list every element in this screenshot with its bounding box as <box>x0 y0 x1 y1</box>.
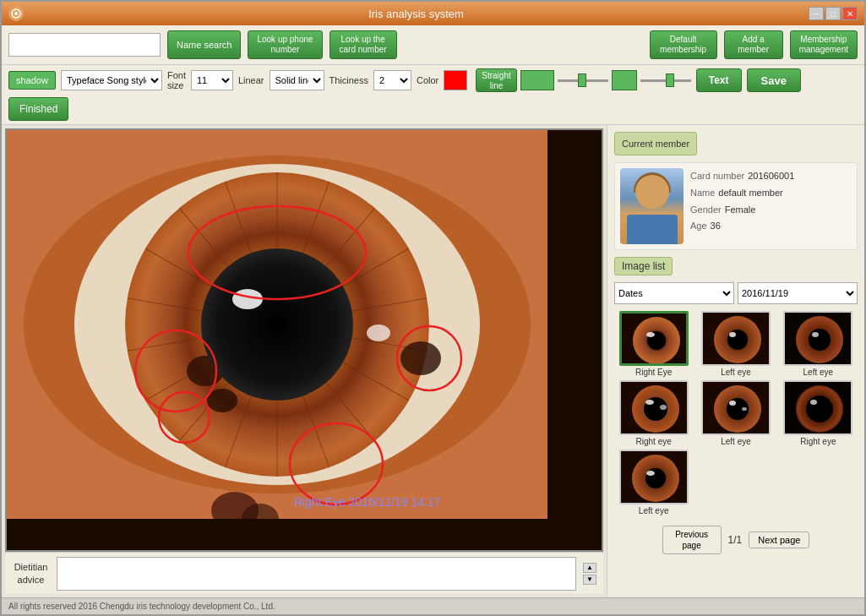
font-size-label: Fontsize <box>167 70 186 90</box>
thumb-label-5: Left eye <box>721 437 751 446</box>
scroll-up-arrow[interactable]: ▲ <box>583 563 596 573</box>
svg-point-63 <box>810 400 817 405</box>
thickness-select[interactable]: 2 <box>373 70 411 90</box>
text-button[interactable]: Text <box>696 68 742 92</box>
main-content: Right Eye 2016/11/19 14:17 Dietitianadvi… <box>2 125 864 597</box>
svg-point-45 <box>729 332 736 337</box>
image-grid: Right Eye <box>614 311 858 515</box>
lookup-card-button[interactable]: Look up thecard number <box>330 30 397 59</box>
thumb-image-4[interactable] <box>619 380 689 435</box>
thumb-image-6[interactable] <box>783 380 852 435</box>
age-label: Age <box>690 218 707 235</box>
line-type-button[interactable] <box>612 70 637 90</box>
svg-point-59 <box>742 407 747 411</box>
thickness-label: Thiciness <box>330 75 368 85</box>
svg-point-53 <box>645 400 654 405</box>
thumb-image-1[interactable] <box>619 311 689 366</box>
dietitian-advice-label: Dietitianadvice <box>12 561 50 586</box>
member-card: Card number 201606001 Name default membe… <box>614 162 858 250</box>
previous-page-button[interactable]: Previouspage <box>662 526 722 554</box>
thumb-right-eye-3[interactable]: Right eye <box>779 380 858 446</box>
window-controls: − □ ✕ <box>809 7 858 20</box>
line-opacity-slider[interactable] <box>558 70 608 90</box>
card-number-label: Card number <box>690 168 744 185</box>
color-label: Color <box>417 75 438 85</box>
name-search-button[interactable]: Name search <box>167 30 241 59</box>
avatar-head <box>635 175 669 209</box>
lookup-phone-button[interactable]: Look up phonenumber <box>248 30 322 59</box>
thumb-label-3: Left eye <box>803 368 834 377</box>
svg-point-67 <box>646 471 655 476</box>
member-avatar <box>620 168 684 244</box>
typeface-select[interactable]: Typeface Song style <box>61 70 162 90</box>
window-title: Iris analysis system <box>24 8 809 20</box>
current-member-button[interactable]: Current member <box>614 132 697 155</box>
pagination: Previouspage 1/1 Next page <box>614 526 858 554</box>
line-style-button[interactable] <box>520 70 554 90</box>
font-size-select[interactable]: 11 <box>191 70 233 90</box>
thumb-label-4: Right eye <box>636 437 672 446</box>
advice-textarea[interactable] <box>57 557 576 591</box>
straight-line-button[interactable]: Straightline <box>476 68 516 92</box>
search-input[interactable] <box>8 33 161 57</box>
member-info: Card number 201606001 Name default membe… <box>690 168 852 235</box>
right-panel: Current member Card number 201606001 <box>607 125 864 597</box>
next-page-button[interactable]: Next page <box>749 532 809 548</box>
minimize-button[interactable]: − <box>809 7 824 20</box>
thumb-image-7[interactable] <box>619 450 689 504</box>
svg-point-31 <box>367 324 390 341</box>
linear-label: Linear <box>238 75 264 85</box>
thumb-label-1: Right Eye <box>635 368 672 377</box>
svg-point-58 <box>729 401 736 406</box>
page-number: 1/1 <box>728 534 743 546</box>
svg-point-25 <box>207 389 237 412</box>
line-style-select[interactable]: Solid line <box>270 70 324 90</box>
membership-management-button[interactable]: Membershipmanagement <box>790 30 858 59</box>
svg-point-48 <box>809 329 831 351</box>
image-panel: Right Eye 2016/11/19 14:17 Dietitianadvi… <box>2 125 607 597</box>
dates-dropdown[interactable]: Dates <box>614 282 734 304</box>
name-label: Name <box>690 185 715 202</box>
age-field: Age 36 <box>690 218 852 235</box>
default-membership-button[interactable]: Defaultmembership <box>650 30 717 59</box>
thumb-left-eye-1[interactable]: Left eye <box>696 311 775 377</box>
save-button[interactable]: Save <box>747 68 801 92</box>
thumb-right-eye-2[interactable]: Right eye <box>614 380 693 446</box>
iris-image-container[interactable]: Right Eye 2016/11/19 14:17 <box>5 128 603 552</box>
svg-point-41 <box>646 332 655 337</box>
gender-label: Gender <box>690 202 722 219</box>
gender-value: Female <box>725 202 756 219</box>
thumb-label-6: Right eye <box>800 437 836 446</box>
avatar-body <box>627 215 678 244</box>
svg-text:Right Eye 2016/11/19 14:17: Right Eye 2016/11/19 14:17 <box>294 495 441 509</box>
card-number-value: 201606001 <box>748 168 794 185</box>
gender-field: Gender Female <box>690 202 852 219</box>
age-value: 36 <box>711 218 721 235</box>
thumb-right-eye-1[interactable]: Right Eye <box>614 311 693 377</box>
bottom-panel: Dietitianadvice ▲ ▼ <box>5 552 603 594</box>
add-member-button[interactable]: Add amember <box>724 30 783 59</box>
textarea-scrollbar[interactable]: ▲ ▼ <box>583 563 596 585</box>
svg-point-29 <box>201 248 353 401</box>
thumb-image-2[interactable] <box>701 311 771 366</box>
thumb-image-5[interactable] <box>701 380 771 435</box>
date-value-dropdown[interactable]: 2016/11/19 <box>738 282 858 304</box>
finished-button[interactable]: Finished <box>8 97 68 121</box>
thumb-label-2: Left eye <box>721 368 751 377</box>
line-thickness-slider[interactable] <box>640 70 691 90</box>
thumb-image-3[interactable] <box>783 311 852 366</box>
close-button[interactable]: ✕ <box>842 7 858 20</box>
thumb-left-eye-4[interactable]: Left eye <box>614 450 693 515</box>
thumb-left-eye-2[interactable]: Left eye <box>779 311 858 377</box>
maximize-button[interactable]: □ <box>825 7 841 20</box>
status-bar: All rights reserved 2016 Chengdu iris te… <box>2 597 864 614</box>
app-icon <box>8 6 24 21</box>
thumb-left-eye-3[interactable]: Left eye <box>696 380 775 446</box>
shadow-label: shadow <box>8 71 56 90</box>
iris-canvas: Right Eye 2016/11/19 14:17 <box>7 130 547 519</box>
scroll-down-arrow[interactable]: ▼ <box>583 575 596 585</box>
drawing-toolbar: shadow Typeface Song style Fontsize 11 L… <box>2 65 864 125</box>
card-number-field: Card number 201606001 <box>690 168 852 185</box>
color-picker[interactable] <box>444 70 467 90</box>
thumb-label-7: Left eye <box>639 506 669 515</box>
